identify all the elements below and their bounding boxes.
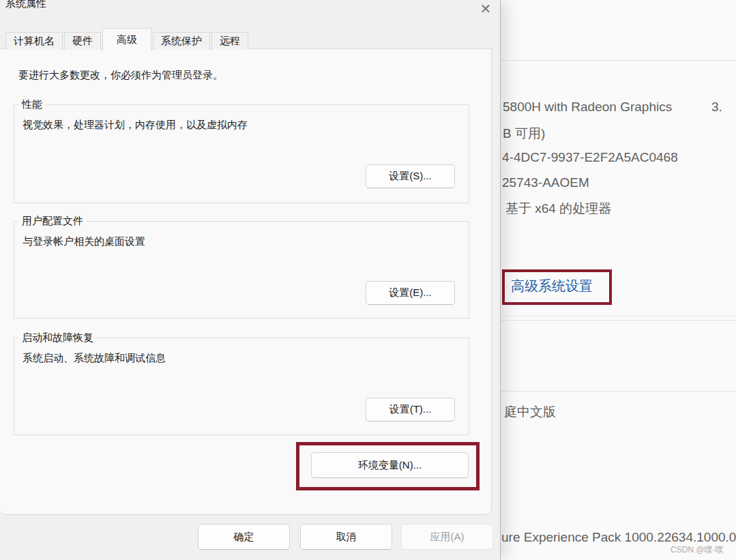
performance-settings-button[interactable]: 设置(S)... xyxy=(366,164,455,188)
spec-system-type-fragment: 基于 x64 的处理器 xyxy=(505,200,611,218)
divider xyxy=(477,391,736,392)
startup-recovery-group: 启动和故障恢复 系统启动、系统故障和调试信息 设置(T)... xyxy=(14,338,469,435)
screen: 5800H with Radeon Graphics 3. B 可用) 4-4D… xyxy=(0,0,736,560)
divider xyxy=(477,320,736,321)
environment-variables-button[interactable]: 环境变量(N)... xyxy=(311,452,469,478)
startup-recovery-settings-button[interactable]: 设置(T)... xyxy=(366,398,455,422)
admin-required-note: 要进行大多数更改，你必须作为管理员登录。 xyxy=(18,69,223,82)
user-profiles-group-description: 与登录帐户相关的桌面设置 xyxy=(23,235,145,248)
divider xyxy=(477,60,736,61)
cancel-button[interactable]: 取消 xyxy=(300,524,392,550)
tab-computer-name[interactable]: 计算机名 xyxy=(5,32,63,50)
windows-edition-fragment: 庭中文版 xyxy=(504,403,556,421)
performance-group-title: 性能 xyxy=(18,98,46,111)
spec-product-id-fragment: 25743-AAOEM xyxy=(502,175,589,190)
advanced-tab-page: 要进行大多数更改，你必须作为管理员登录。 性能 视觉效果，处理器计划，内存使用，… xyxy=(0,48,492,515)
annotation-box-environment-variables: 环境变量(N)... xyxy=(296,442,480,490)
csdn-watermark: CSDN @噗-噗 xyxy=(671,544,724,556)
tab-remote[interactable]: 远程 xyxy=(211,32,248,50)
performance-group-description: 视觉效果，处理器计划，内存使用，以及虚拟内存 xyxy=(23,119,248,132)
close-icon[interactable]: ✕ xyxy=(476,0,495,18)
ok-button[interactable]: 确定 xyxy=(198,524,290,550)
tab-system-protection[interactable]: 系统保护 xyxy=(153,32,210,50)
spec-processor-text: 5800H with Radeon Graphics xyxy=(503,100,672,115)
tab-bar: 计算机名 硬件 高级 系统保护 远程 xyxy=(5,28,250,50)
apply-button[interactable]: 应用(A) xyxy=(401,524,493,550)
divider xyxy=(477,316,736,316)
user-profiles-group-title: 用户配置文件 xyxy=(18,215,87,228)
performance-group: 性能 视觉效果，处理器计划，内存使用，以及虚拟内存 设置(S)... xyxy=(14,104,469,203)
user-profiles-group: 用户配置文件 与登录帐户相关的桌面设置 设置(E)... xyxy=(14,221,469,319)
spec-ram-fragment: B 可用) xyxy=(503,125,545,143)
system-properties-dialog: 系统属性 ✕ 计算机名 硬件 高级 系统保护 远程 要进行大多数更改，你必须作为… xyxy=(0,0,501,560)
startup-recovery-group-description: 系统启动、系统故障和调试信息 xyxy=(23,352,166,365)
user-profiles-settings-button[interactable]: 设置(E)... xyxy=(366,281,455,305)
experience-pack-fragment: ure Experience Pack 1000.22634.1000.0 xyxy=(501,530,736,545)
dialog-title: 系统属性 xyxy=(5,0,46,10)
spec-processor-clock-fragment: 3. xyxy=(711,100,722,115)
tab-hardware[interactable]: 硬件 xyxy=(64,32,101,50)
tab-advanced[interactable]: 高级 xyxy=(102,28,151,51)
advanced-system-settings-link[interactable]: 高级系统设置 xyxy=(511,277,609,295)
spec-device-id-fragment: 4-4DC7-9937-E2F2A5AC0468 xyxy=(502,150,678,165)
startup-recovery-group-title: 启动和故障恢复 xyxy=(18,331,97,344)
annotation-box-advanced-settings: 高级系统设置 xyxy=(502,269,612,305)
